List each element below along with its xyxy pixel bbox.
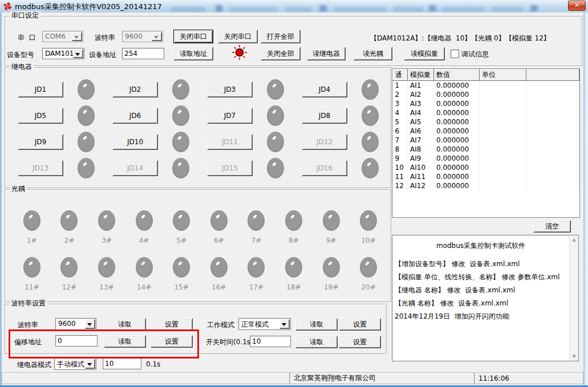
relay-led-6 — [172, 105, 189, 126]
read-opto-button[interactable]: 读光耦 — [354, 47, 392, 60]
table-row[interactable]: 4AI40.000000 — [393, 108, 579, 117]
relay-led-4 — [362, 79, 379, 100]
info-line: 2014年12月19日 增加闪开闪闭功能 — [392, 312, 569, 321]
relay-button-jd1[interactable]: JD1 — [18, 82, 63, 97]
read-relay-button[interactable]: 读继电器 — [307, 47, 346, 60]
opto-label: 4# — [139, 237, 149, 245]
relay-button-jd3[interactable]: JD3 — [207, 82, 253, 97]
switch-time-label: 开关时间(0.1s) — [206, 337, 253, 347]
work-mode-set-button[interactable]: 设置 — [339, 318, 381, 331]
relay-button-jd7[interactable]: JD7 — [207, 108, 253, 124]
switch-time-read-button[interactable]: 读取 — [295, 336, 338, 348]
clock-time: 11:16:06 — [478, 374, 509, 382]
scroll-down-icon[interactable]: ▼ — [570, 352, 578, 361]
opto-led-15 — [173, 257, 190, 278]
table-row[interactable]: 7AI70.000000 — [393, 136, 579, 145]
relay-button-jd9[interactable]: JD9 — [18, 134, 63, 150]
clear-button[interactable]: 清空 — [533, 220, 571, 233]
relay-button-jd10[interactable]: JD10 — [112, 134, 158, 150]
table-row[interactable]: 3AI30.000000 — [393, 99, 579, 108]
titlebar[interactable]: modbus采集控制卡软件V0205_20141217 ✕ — [0, 0, 588, 13]
relay-led-14 — [172, 158, 189, 178]
offset-set-button[interactable]: 设置 — [151, 335, 193, 348]
opto-label: 12# — [62, 283, 76, 291]
titlebar-glass-artifact — [285, 7, 311, 11]
relay-button-jd6[interactable]: JD6 — [112, 108, 158, 124]
relay-button-jd13: JD13 — [18, 160, 63, 176]
opto-led-20 — [360, 257, 377, 278]
scroll-up-icon[interactable]: ▲ — [570, 235, 578, 244]
baud-read-button[interactable]: 读取 — [104, 318, 146, 331]
opto-label: 19# — [324, 283, 338, 291]
table-row[interactable]: 9AI90.000000 — [393, 154, 579, 163]
relay-mode-combo[interactable]: 手动模式 — [54, 358, 96, 370]
app-window: modbus采集控制卡软件V0205_20141217 ✕ 串口设定 串 口 C… — [0, 0, 588, 387]
device-model-label: 设备型号 — [7, 50, 34, 60]
col-value[interactable]: 数值 — [434, 70, 480, 81]
opto-led-13 — [98, 257, 115, 278]
info-line: 【光耦 名称】 修改 设备表.xml.xml — [392, 299, 569, 308]
offset-addr-input[interactable] — [55, 335, 98, 347]
table-row[interactable]: 10AI100.000000 — [393, 163, 579, 172]
baud-set-button[interactable]: 设置 — [151, 318, 193, 331]
close-all-button[interactable]: 关闭全部 — [261, 47, 301, 60]
work-mode-read-button[interactable]: 读取 — [295, 318, 338, 331]
work-mode-combo[interactable]: 正常模式 — [238, 318, 291, 330]
open-all-button[interactable]: 打开全部 — [261, 30, 301, 43]
opto-label: 11# — [25, 283, 39, 291]
relay-button-jd2[interactable]: JD2 — [112, 82, 158, 97]
info-line: modbus采集控制卡测试软件 — [392, 241, 569, 250]
debug-info-checkbox[interactable] — [451, 50, 459, 58]
opto-led-8 — [285, 210, 302, 231]
opto-led-7 — [248, 210, 265, 231]
table-header-row: 通 模拟量 数值 单位 — [393, 70, 579, 81]
opto-label: 7# — [252, 237, 262, 245]
close-button[interactable]: ✕ — [568, 1, 586, 11]
opto-led-2 — [60, 210, 78, 231]
table-row[interactable]: 2AI20.000000 — [393, 90, 579, 99]
col-analog[interactable]: 模拟量 — [408, 70, 434, 81]
switch-time-input[interactable] — [250, 336, 291, 347]
opto-led-6 — [210, 210, 228, 231]
table-row[interactable]: 11AI110.000000 — [393, 172, 579, 181]
col-extra[interactable] — [526, 70, 579, 81]
col-unit[interactable]: 单位 — [480, 70, 526, 81]
opto-label: 18# — [286, 283, 301, 291]
relay-mode-time-input[interactable] — [103, 358, 141, 369]
table-row[interactable]: 8AI80.000000 — [393, 145, 579, 154]
chevron-down-icon — [152, 32, 162, 41]
opto-led-3 — [98, 210, 115, 231]
chevron-down-icon — [85, 319, 95, 329]
table-row[interactable]: 12AI120.000000 — [393, 181, 579, 190]
close-serial-button-1[interactable]: 关闭串口 — [173, 30, 213, 43]
relay-led-16 — [362, 158, 379, 178]
app-icon — [3, 2, 12, 11]
window-border-right — [583, 13, 588, 387]
baud-rate-combo[interactable]: 9600 — [55, 318, 96, 330]
device-model-combo[interactable]: DAM1012A — [42, 48, 84, 59]
serial-settings-group: 串口设定 串 口 COM6 波特率 9600 关闭串口 关闭串口 打开全部 【D… — [5, 16, 582, 66]
titlebar-glass-artifact — [319, 5, 327, 11]
col-channel[interactable]: 通 — [393, 70, 408, 81]
table-row[interactable]: 5AI50.000000 — [393, 117, 579, 127]
device-addr-input[interactable] — [122, 48, 164, 59]
info-scrollbar[interactable]: ▲ ▼ — [569, 235, 578, 361]
relay-button-jd11: JD11 — [207, 134, 253, 150]
relay-button-jd5[interactable]: JD5 — [18, 108, 63, 124]
relay-mode-time-unit: 0.1s — [146, 360, 160, 368]
offset-read-button[interactable]: 读取 — [104, 335, 146, 348]
table-row[interactable]: 6AI60.000000 — [393, 127, 579, 136]
opto-label: 10# — [361, 237, 375, 245]
read-analog-button[interactable]: 读模拟量 — [404, 47, 445, 60]
opto-led-14 — [136, 257, 153, 278]
table-row[interactable]: 1AI10.000000 — [393, 81, 579, 91]
relay-button-jd8[interactable]: JD8 — [302, 108, 347, 124]
relay-button-jd4[interactable]: JD4 — [302, 82, 347, 97]
switch-time-set-button[interactable]: 设置 — [339, 336, 381, 348]
read-addr-button[interactable]: 读取地址 — [173, 47, 213, 60]
opto-group-label: 光耦 — [10, 185, 27, 193]
opto-label: 1# — [27, 237, 37, 245]
relay-led-9 — [78, 132, 95, 152]
close-serial-button-2[interactable]: 关闭串口 — [218, 30, 258, 43]
baud-group-label: 波特率设置 — [10, 299, 47, 307]
